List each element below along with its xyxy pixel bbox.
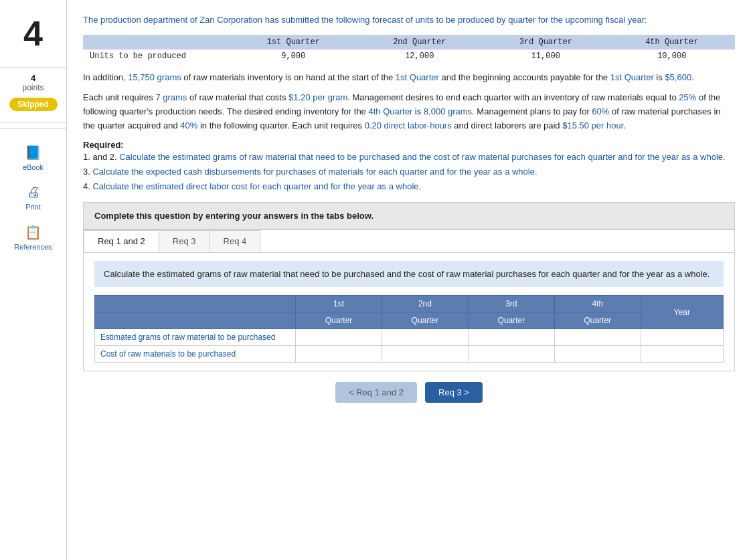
req-item-4: 4. Calculate the estimated direct labor … — [83, 179, 735, 194]
prev-button[interactable]: < Req 1 and 2 — [335, 382, 417, 403]
cost-year-input[interactable] — [647, 349, 718, 359]
col-subheader-label — [95, 312, 296, 329]
grams-year-input[interactable] — [647, 333, 718, 342]
row-label-cost: Cost of raw materials to be purchased — [95, 346, 296, 363]
cost-q3-cell[interactable] — [468, 346, 554, 363]
tab-content-req1and2: Calculate the estimated grams of raw mat… — [84, 253, 734, 371]
highlight-grams: 15,750 grams — [128, 72, 181, 82]
prod-q4-value: 10,000 — [609, 50, 736, 63]
next-button-label: Req 3 > — [438, 387, 469, 397]
required-items: 1. and 2. Calculate the estimated grams … — [83, 150, 735, 194]
paragraph1: In addition, 15,750 grams of raw materia… — [83, 71, 735, 85]
tabs-container: Req 1 and 2 Req 3 Req 4 Calculate the es… — [83, 229, 735, 372]
cost-q4-input[interactable] — [560, 349, 635, 359]
col-header-year: Year — [641, 296, 723, 329]
ebook-label: eBook — [23, 163, 44, 171]
question-number: 4 — [0, 7, 66, 68]
grams-year-cell[interactable] — [641, 329, 723, 346]
cost-q2-cell[interactable] — [382, 346, 468, 363]
intro-text: The production department of Zan Corpora… — [83, 13, 735, 27]
table-row: Estimated grams of raw material to be pu… — [95, 329, 724, 346]
col-subheader-q3: Quarter — [468, 312, 554, 329]
prod-header-q2: 2nd Quarter — [357, 35, 483, 50]
table-row: Cost of raw materials to be purchased — [95, 346, 724, 363]
col-header-3rd: 3rd — [468, 296, 554, 312]
skipped-badge: Skipped — [9, 98, 58, 111]
required-title: Required: — [83, 140, 735, 150]
req-item-3: 3. Calculate the expected cash disbursem… — [83, 165, 735, 179]
tab-req4[interactable]: Req 4 — [210, 230, 261, 252]
highlight-1stq2: 1st Quarter — [610, 72, 654, 82]
grams-q3-input[interactable] — [474, 333, 549, 342]
tab-req1and2[interactable]: Req 1 and 2 — [84, 230, 159, 252]
grams-q4-cell[interactable] — [554, 329, 641, 346]
ebook-icon: 📘 — [25, 145, 41, 161]
hl-25pct: 25% — [679, 92, 696, 102]
hl-wage: $15.50 per hour — [562, 120, 623, 130]
cost-q1-input[interactable] — [301, 349, 376, 359]
grams-q2-input[interactable] — [388, 333, 463, 342]
grams-q1-cell[interactable] — [296, 329, 382, 346]
paragraph2: Each unit requires 7 grams of raw materi… — [83, 91, 735, 132]
prod-q1-value: 9,000 — [230, 50, 357, 63]
table-row: Units to be produced 9,000 12,000 11,000… — [83, 50, 735, 63]
cost-q2-input[interactable] — [388, 349, 463, 359]
col-subheader-q2: Quarter — [382, 312, 468, 329]
prod-header-q4: 4th Quarter — [609, 35, 736, 50]
grams-q1-input[interactable] — [301, 333, 376, 342]
cost-q4-cell[interactable] — [554, 346, 641, 363]
next-button[interactable]: Req 3 > — [425, 382, 483, 403]
prod-header-label — [83, 35, 230, 50]
hl-labor: 0.20 direct labor-hours — [365, 120, 452, 130]
prod-q3-value: 11,000 — [483, 50, 609, 63]
prod-q2-value: 12,000 — [357, 50, 483, 63]
sidebar-item-ebook[interactable]: 📘 eBook — [0, 139, 66, 177]
col-header-4th: 4th — [554, 296, 641, 312]
hl-8000: 8,000 grams — [424, 106, 472, 116]
cost-q1-cell[interactable] — [296, 346, 382, 363]
hl-4thq: 4th Quarter — [368, 106, 412, 116]
grams-q4-input[interactable] — [560, 333, 635, 342]
points-value: 4 — [0, 73, 66, 83]
hl-7grams: 7 grams — [155, 92, 187, 102]
complete-box: Complete this question by entering your … — [83, 202, 735, 229]
cost-year-cell[interactable] — [641, 346, 723, 363]
highlight-1stq: 1st Quarter — [396, 72, 439, 82]
col-header-1st: 1st — [296, 296, 382, 312]
req-item-1: 1. and 2. Calculate the estimated grams … — [83, 150, 735, 165]
complete-box-text: Complete this question by entering your … — [94, 211, 373, 221]
tab-description: Calculate the estimated grams of raw mat… — [94, 261, 724, 288]
grams-q3-cell[interactable] — [468, 329, 554, 346]
sidebar-item-references[interactable]: 📋 References — [0, 219, 66, 256]
prod-header-q3: 3rd Quarter — [483, 35, 609, 50]
data-table: 1st 2nd 3rd 4th Year Quarter Quarter Qua… — [94, 295, 724, 363]
print-label: Print — [25, 203, 41, 211]
tab-req3[interactable]: Req 3 — [159, 230, 210, 252]
col-header-2nd: 2nd — [382, 296, 468, 312]
references-icon: 📋 — [25, 224, 41, 240]
tab-bar: Req 1 and 2 Req 3 Req 4 — [84, 230, 734, 253]
col-subheader-q4: Quarter — [554, 312, 641, 329]
references-label: References — [14, 243, 52, 251]
print-icon: 🖨 — [27, 185, 40, 200]
bottom-nav: < Req 1 and 2 Req 3 > — [83, 371, 735, 408]
row-label-grams: Estimated grams of raw material to be pu… — [95, 329, 296, 346]
hl-cost: $1.20 per gram — [288, 92, 347, 102]
prev-button-label: < Req 1 and 2 — [349, 387, 404, 397]
prod-header-q1: 1st Quarter — [230, 35, 357, 50]
hl-40pct: 40% — [180, 120, 197, 130]
sidebar-item-print[interactable]: 🖨 Print — [0, 179, 66, 216]
hl-60pct: 60% — [592, 106, 609, 116]
highlight-ap: $5,600 — [665, 72, 691, 82]
prod-row-label: Units to be produced — [83, 50, 230, 63]
cost-q3-input[interactable] — [474, 349, 549, 359]
production-table: 1st Quarter 2nd Quarter 3rd Quarter 4th … — [83, 35, 735, 63]
points-label: points — [0, 83, 66, 92]
col-header-label — [95, 296, 296, 312]
required-section: Required: 1. and 2. Calculate the estima… — [83, 140, 735, 194]
grams-q2-cell[interactable] — [382, 329, 468, 346]
col-subheader-q1: Quarter — [296, 312, 382, 329]
